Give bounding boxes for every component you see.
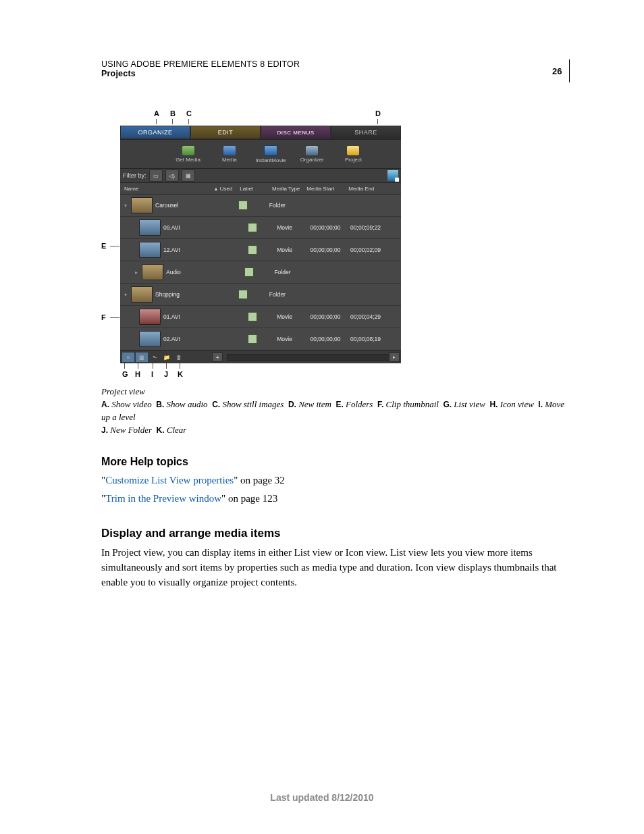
tab-edit[interactable]: EDIT <box>190 126 261 139</box>
footer-updated: Last updated 8/12/2010 <box>0 792 644 803</box>
show-video-button[interactable]: ▭ <box>149 170 163 182</box>
doc-section: Projects <box>101 69 552 78</box>
page-number-divider <box>569 59 570 82</box>
icon-view-button[interactable]: ▦ <box>135 352 149 363</box>
section-body: In Project view, you can display items i… <box>101 546 570 590</box>
new-folder-button[interactable]: 📁 <box>161 353 173 362</box>
list-view-button[interactable]: ≡ <box>122 352 135 363</box>
figure-caption: Project view <box>101 386 570 397</box>
tool-media[interactable]: Media <box>209 140 250 168</box>
row-clip-12[interactable]: 12.AVI Movie 00;00;00;00 00;00;02;09 <box>120 239 401 261</box>
row-folder-carousel[interactable]: ▾Carousel Folder <box>120 194 401 217</box>
scrollbar[interactable] <box>227 354 396 361</box>
row-clip-09[interactable]: 09.AVI Movie 00;00;00;00 00;00;09;22 <box>120 217 401 239</box>
scroll-right-button[interactable]: ▸ <box>389 353 400 362</box>
link-trim-preview[interactable]: Trim in the Preview window <box>105 493 221 504</box>
callout-E: E <box>101 242 119 250</box>
figure-legend: A. Show video B. Show audio C. Show stil… <box>101 398 570 437</box>
row-folder-shopping[interactable]: ▾Shopping Folder <box>120 284 401 306</box>
more-help-heading: More Help topics <box>101 456 570 468</box>
row-folder-audio[interactable]: ▸Audio Folder <box>120 261 401 284</box>
tool-get-media[interactable]: Get Media <box>167 140 209 168</box>
tool-project[interactable]: Project <box>333 140 374 168</box>
section-heading: Display and arrange media items <box>101 527 570 540</box>
tab-disc-menus[interactable]: DISC MENUS <box>261 126 331 139</box>
top-callouts: A B C D <box>120 109 570 126</box>
link-customize-list-view[interactable]: Customize List View properties <box>105 475 234 486</box>
clear-button[interactable]: 🗑 <box>173 353 185 362</box>
tool-instant-movie[interactable]: InstantMovie <box>250 140 291 168</box>
column-headers[interactable]: Name ▲ Used Label Media Type Media Start… <box>120 183 401 194</box>
row-clip-01[interactable]: 01.AVI Movie 00;00;00;00 00;00;04;29 <box>120 306 401 328</box>
move-up-level-button[interactable]: ⬑ <box>149 353 161 362</box>
help-link-2: "Trim in the Preview window" on page 123 <box>101 492 570 506</box>
callout-F: F <box>101 313 119 321</box>
bottom-callouts: G H I J K <box>120 363 570 382</box>
tool-organizer[interactable]: Organizer <box>292 140 333 168</box>
show-audio-button[interactable]: ◁) <box>165 170 179 182</box>
scroll-left-button[interactable]: ◂ <box>212 353 223 362</box>
page-number: 26 <box>552 66 562 76</box>
show-still-button[interactable]: ▦ <box>182 170 195 182</box>
doc-title: USING ADOBE PREMIERE ELEMENTS 8 EDITOR <box>101 59 552 69</box>
help-link-1: "Customize List View properties" on page… <box>101 473 570 488</box>
row-clip-02[interactable]: 02.AVI Movie 00;00;00;00 00;00;08;19 <box>120 328 401 350</box>
filter-label: Filter by: <box>123 172 146 179</box>
new-item-button[interactable] <box>387 170 398 181</box>
screenshot: ORGANIZE EDIT DISC MENUS SHARE Get Media… <box>120 126 401 363</box>
tab-organize[interactable]: ORGANIZE <box>120 126 190 139</box>
tab-share[interactable]: SHARE <box>331 126 401 139</box>
